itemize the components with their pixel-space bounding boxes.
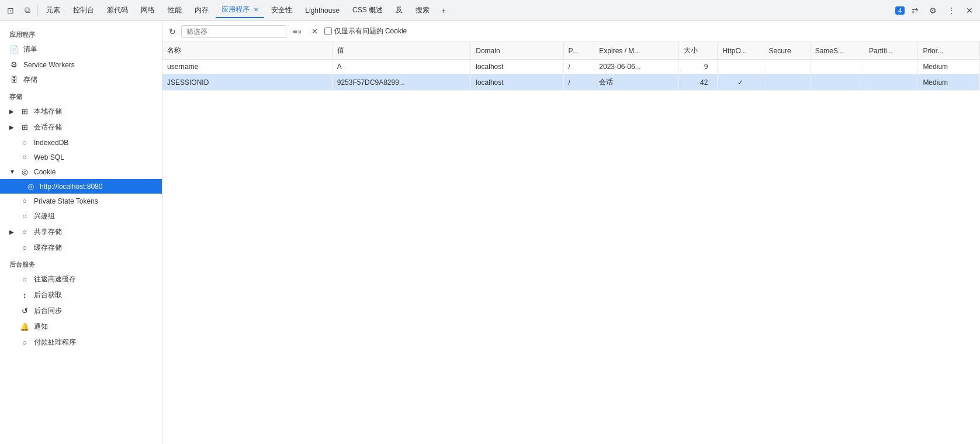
sidebar-item-background-sync[interactable]: ▶ ↺ 后台同步 xyxy=(0,303,162,319)
sidebar-item-payment-handler[interactable]: ▶ ○ 付款处理程序 xyxy=(0,335,162,350)
device2-icon[interactable]: ⧉ xyxy=(20,3,35,18)
cell-prior: Medium xyxy=(918,74,980,91)
sidebar-item-cache-storage[interactable]: ▶ ○ 缓存存储 xyxy=(0,240,162,256)
col-header-secure[interactable]: Secure xyxy=(764,42,810,60)
cell-sames xyxy=(810,74,864,91)
cell-parti xyxy=(864,74,918,91)
clear-filter-icon[interactable]: ✕ xyxy=(309,25,321,37)
cell-expires: 会话 xyxy=(594,74,679,91)
sidebar-item-storage-main[interactable]: 🗄 存储 xyxy=(0,72,162,88)
sidebar-item-service-workers[interactable]: ⚙ Service Workers xyxy=(0,57,162,72)
tab-sources[interactable]: 源代码 xyxy=(101,3,134,18)
expand-arrow-icon: ▶ xyxy=(9,108,15,115)
devices-icon[interactable]: ⊡ xyxy=(2,4,19,18)
content-area: ↻ ≡✕ ✕ 仅显示有问题的 Cookie xyxy=(162,21,980,444)
issues-only-checkbox[interactable] xyxy=(324,27,332,35)
tab-network[interactable]: 网络 xyxy=(135,3,161,18)
sidebar-item-notifications[interactable]: ▶ 🔔 通知 xyxy=(0,319,162,335)
tab-css[interactable]: CSS 概述 xyxy=(347,3,389,18)
local-storage-icon: ⊞ xyxy=(20,107,29,116)
tab-search[interactable]: 搜索 xyxy=(410,3,435,18)
sidebar-item-background-fetch[interactable]: ▶ ↕ 后台获取 xyxy=(0,287,162,303)
close-icon[interactable]: ✕ xyxy=(961,4,978,18)
notifications-icon: 🔔 xyxy=(20,322,29,331)
cookie-table: 名称 值 Domain P... Expires / M... 大小 HttpO… xyxy=(162,42,980,91)
cell-prior: Medium xyxy=(918,60,980,74)
sidebar-item-indexeddb[interactable]: ▶ ○ IndexedDB xyxy=(0,135,162,150)
cell-httpo: ✓ xyxy=(718,74,764,91)
tab-close-icon[interactable]: ✕ xyxy=(254,6,258,13)
expand-arrow-shared-icon: ▶ xyxy=(9,229,15,235)
col-header-name[interactable]: 名称 xyxy=(162,42,332,60)
sidebar-item-localhost[interactable]: ◎ http://localhost:8080 xyxy=(0,179,162,194)
main-layout: 应用程序 📄 清单 ⚙ Service Workers 🗄 存储 存储 ▶ ⊞ … xyxy=(0,21,980,444)
sidebar-item-web-sql[interactable]: ▶ ○ Web SQL xyxy=(0,150,162,164)
sidebar-item-manifest[interactable]: 📄 清单 xyxy=(0,42,162,57)
section-storage: 存储 xyxy=(0,88,162,104)
cache-storage-icon: ○ xyxy=(20,243,29,252)
col-header-parti[interactable]: Partiti... xyxy=(864,42,918,60)
sidebar-item-local-storage[interactable]: ▶ ⊞ 本地存储 xyxy=(0,104,162,119)
table-row[interactable]: JSESSIONID 9253F57DC9A8299... localhost … xyxy=(162,74,980,91)
bfcache-icon: ○ xyxy=(20,275,29,284)
session-storage-icon: ⊞ xyxy=(20,123,29,132)
issues-only-checkbox-label[interactable]: 仅显示有问题的 Cookie xyxy=(324,26,407,36)
indexeddb-icon: ○ xyxy=(20,138,29,147)
cell-size: 42 xyxy=(679,74,718,91)
cookie-icon: ◎ xyxy=(20,167,29,176)
notification-badge: 4 xyxy=(895,6,905,15)
col-header-value[interactable]: 值 xyxy=(332,42,470,60)
manifest-icon: 📄 xyxy=(9,45,19,54)
cell-path: / xyxy=(563,60,594,74)
section-app: 应用程序 xyxy=(0,26,162,42)
cell-name: JSESSIONID xyxy=(162,74,332,91)
add-tab-icon[interactable]: + xyxy=(437,4,451,18)
cell-size: 9 xyxy=(679,60,718,74)
col-header-httpo[interactable]: HttpO... xyxy=(718,42,764,60)
filter-input[interactable] xyxy=(181,25,286,38)
col-header-expires[interactable]: Expires / M... xyxy=(594,42,679,60)
tab-extra[interactable]: 及 xyxy=(390,3,408,18)
tab-memory[interactable]: 内存 xyxy=(189,3,214,18)
service-workers-icon: ⚙ xyxy=(9,60,19,69)
tab-elements[interactable]: 元素 xyxy=(40,3,66,18)
cell-value: 9253F57DC9A8299... xyxy=(332,74,470,91)
col-header-prior[interactable]: Prior... xyxy=(918,42,980,60)
table-header-row: 名称 值 Domain P... Expires / M... 大小 HttpO… xyxy=(162,42,980,60)
localhost-icon: ◎ xyxy=(26,182,35,191)
tab-security[interactable]: 安全性 xyxy=(265,3,298,18)
col-header-domain[interactable]: Domain xyxy=(471,42,563,60)
tab-performance[interactable]: 性能 xyxy=(162,3,188,18)
tab-console[interactable]: 控制台 xyxy=(67,3,100,18)
sort-filter-icon[interactable]: ≡✕ xyxy=(290,25,305,37)
cell-secure xyxy=(764,60,810,74)
tab-application[interactable]: 应用程序 ✕ xyxy=(216,2,264,18)
more-icon[interactable]: ⋮ xyxy=(943,4,960,18)
cell-expires: 2023-06-06... xyxy=(594,60,679,74)
top-toolbar: ⊡ ⧉ 元素 控制台 源代码 网络 性能 内存 应用程序 ✕ 安全性 Light… xyxy=(0,0,980,21)
sidebar-item-session-storage[interactable]: ▶ ⊞ 会话存储 xyxy=(0,119,162,135)
cell-secure xyxy=(764,74,810,91)
col-header-size[interactable]: 大小 xyxy=(679,42,718,60)
cast-icon[interactable]: ⇄ xyxy=(907,4,923,18)
sidebar-item-cookie[interactable]: ▼ ◎ Cookie xyxy=(0,164,162,179)
tab-lighthouse[interactable]: Lighthouse xyxy=(299,4,345,17)
refresh-button[interactable]: ↻ xyxy=(167,25,178,38)
settings-icon[interactable]: ⚙ xyxy=(924,4,941,18)
sidebar-item-interest-group[interactable]: ▶ ○ 兴趣组 xyxy=(0,208,162,224)
expand-arrow-cookie-icon: ▼ xyxy=(9,168,15,175)
col-header-path[interactable]: P... xyxy=(563,42,594,60)
cell-domain: localhost xyxy=(471,60,563,74)
cell-path: / xyxy=(563,74,594,91)
sidebar-item-private-state[interactable]: ▶ ○ Private State Tokens xyxy=(0,194,162,208)
col-header-sames[interactable]: SameS... xyxy=(810,42,864,60)
cell-parti xyxy=(864,60,918,74)
sidebar-item-shared-storage[interactable]: ▶ ○ 共享存储 xyxy=(0,224,162,240)
web-sql-icon: ○ xyxy=(20,153,29,161)
sidebar: 应用程序 📄 清单 ⚙ Service Workers 🗄 存储 存储 ▶ ⊞ … xyxy=(0,21,162,444)
table-row[interactable]: username A localhost / 2023-06-06... 9 M… xyxy=(162,60,980,74)
interest-group-icon: ○ xyxy=(20,212,29,221)
section-backend: 后台服务 xyxy=(0,256,162,271)
sidebar-item-bfcache[interactable]: ▶ ○ 往返高速缓存 xyxy=(0,271,162,287)
cell-httpo xyxy=(718,60,764,74)
